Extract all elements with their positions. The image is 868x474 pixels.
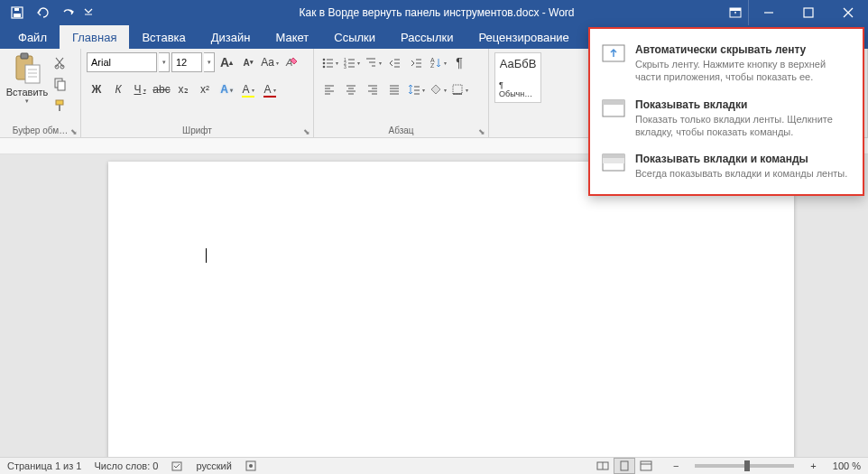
justify-button[interactable] [384, 79, 404, 99]
ribbon-display-options-menu: Автоматически скрывать ленту Скрыть лент… [588, 27, 864, 196]
show-tabs-title: Показывать вкладки [635, 98, 852, 111]
subscript-button[interactable]: x₂ [173, 79, 193, 99]
zoom-out-button[interactable]: − [673, 460, 679, 471]
status-macro-icon[interactable] [245, 460, 257, 472]
svg-rect-5 [730, 8, 741, 11]
align-center-button[interactable] [341, 79, 361, 99]
document-page[interactable] [108, 162, 794, 457]
highlight-button[interactable]: A [238, 79, 258, 99]
svg-point-23 [322, 59, 325, 61]
bullets-button[interactable] [319, 52, 339, 72]
show-tabs-option[interactable]: Показывать вкладки Показать только вклад… [590, 91, 863, 146]
tab-references[interactable]: Ссылки [321, 25, 388, 49]
clear-formatting-button[interactable]: A [282, 52, 301, 72]
borders-button[interactable] [449, 79, 469, 99]
font-launcher[interactable]: ⬊ [302, 127, 311, 136]
svg-rect-65 [453, 85, 462, 94]
format-painter-button[interactable] [51, 96, 70, 116]
auto-hide-icon [601, 43, 626, 63]
change-case-button[interactable]: Aa [260, 52, 280, 72]
style-normal[interactable]: АаБбВ ¶ Обычн… [494, 52, 541, 103]
view-print-layout-button[interactable] [614, 458, 635, 474]
svg-rect-73 [641, 461, 651, 470]
shading-button[interactable] [428, 79, 448, 99]
multilevel-list-button[interactable] [363, 52, 383, 72]
svg-rect-20 [56, 100, 63, 105]
status-page[interactable]: Страница 1 из 1 [7, 460, 81, 471]
status-word-count[interactable]: Число слов: 0 [94, 460, 158, 471]
text-cursor [206, 248, 207, 263]
svg-rect-7 [804, 8, 813, 17]
show-tabs-icon [601, 98, 626, 118]
auto-hide-ribbon-option[interactable]: Автоматически скрывать ленту Скрыть лент… [590, 36, 863, 91]
decrease-indent-button[interactable] [384, 52, 404, 72]
cut-button[interactable] [51, 52, 70, 72]
show-tabs-commands-option[interactable]: Показывать вкладки и команды Всегда пока… [590, 145, 863, 187]
paste-button[interactable]: Вставить ▾ [5, 52, 49, 105]
grow-font-button[interactable]: A▴ [217, 52, 236, 72]
font-color-button[interactable]: A [260, 79, 280, 99]
align-left-button[interactable] [319, 79, 339, 99]
font-size-combo[interactable]: 12 [171, 52, 202, 72]
svg-rect-21 [59, 105, 60, 111]
line-spacing-button[interactable] [406, 79, 426, 99]
zoom-slider[interactable] [695, 464, 794, 468]
align-right-button[interactable] [363, 79, 383, 99]
group-font: Arial ▾ 12 ▾ A▴ A▾ Aa A Ж К Ч abc x₂ [81, 49, 314, 137]
svg-text:A: A [285, 57, 292, 68]
tab-file[interactable]: Файл [5, 25, 60, 49]
redo-button[interactable] [56, 1, 79, 24]
tab-insert[interactable]: Вставка [129, 25, 198, 49]
document-area[interactable] [0, 154, 868, 457]
tab-review[interactable]: Рецензирование [466, 25, 581, 49]
qat-customize-button[interactable] [81, 1, 96, 24]
zoom-in-button[interactable]: + [810, 460, 816, 471]
shrink-font-button[interactable]: A▾ [238, 52, 258, 72]
underline-button[interactable]: Ч [130, 79, 150, 99]
svg-rect-2 [14, 8, 19, 11]
numbering-button[interactable]: 123 [341, 52, 361, 72]
font-name-combo[interactable]: Arial [87, 52, 157, 72]
auto-hide-desc: Скрыть ленту. Нажмите кнопку в верхней ч… [635, 58, 852, 84]
text-effects-button[interactable]: A [217, 79, 236, 99]
sort-button[interactable]: AZ [428, 52, 448, 72]
group-paragraph: 123 AZ ¶ Абзац [314, 49, 489, 137]
svg-text:3: 3 [344, 64, 346, 69]
italic-button[interactable]: К [108, 79, 128, 99]
font-name-dropdown[interactable]: ▾ [159, 52, 170, 72]
view-web-layout-button[interactable] [635, 458, 657, 474]
show-tabs-commands-icon [601, 153, 626, 172]
undo-button[interactable] [31, 1, 54, 24]
svg-point-25 [322, 62, 325, 65]
clipboard-launcher[interactable]: ⬊ [69, 127, 78, 136]
status-proofing-icon[interactable] [171, 460, 183, 472]
font-size-dropdown[interactable]: ▾ [204, 52, 215, 72]
tab-design[interactable]: Дизайн [199, 25, 263, 49]
bold-button[interactable]: Ж [87, 79, 106, 99]
strikethrough-button[interactable]: abc [152, 79, 171, 99]
tab-home[interactable]: Главная [60, 25, 129, 49]
svg-text:Z: Z [430, 62, 435, 69]
svg-rect-11 [21, 53, 28, 59]
save-button[interactable] [5, 1, 29, 24]
show-tabs-desc: Показать только вкладки ленты. Щелкните … [635, 113, 852, 139]
zoom-level[interactable]: 100 % [833, 460, 861, 471]
show-marks-button[interactable]: ¶ [449, 52, 469, 72]
svg-rect-72 [621, 461, 628, 470]
paragraph-launcher[interactable]: ⬊ [477, 127, 486, 136]
ribbon-display-options-button[interactable] [722, 0, 749, 25]
svg-rect-1 [14, 14, 21, 17]
tab-layout[interactable]: Макет [263, 25, 321, 49]
increase-indent-button[interactable] [406, 52, 426, 72]
close-button[interactable] [828, 0, 868, 25]
view-read-mode-button[interactable] [592, 458, 614, 474]
show-tabs-commands-title: Показывать вкладки и команды [635, 153, 852, 165]
minimize-button[interactable] [749, 0, 789, 25]
svg-point-69 [249, 464, 253, 468]
tab-mailings[interactable]: Рассылки [388, 25, 466, 49]
show-tabs-commands-desc: Всегда показывать вкладки и команды лент… [635, 167, 852, 180]
status-language[interactable]: русский [196, 460, 231, 471]
copy-button[interactable] [51, 74, 70, 94]
maximize-button[interactable] [789, 0, 828, 25]
superscript-button[interactable]: x² [195, 79, 215, 99]
